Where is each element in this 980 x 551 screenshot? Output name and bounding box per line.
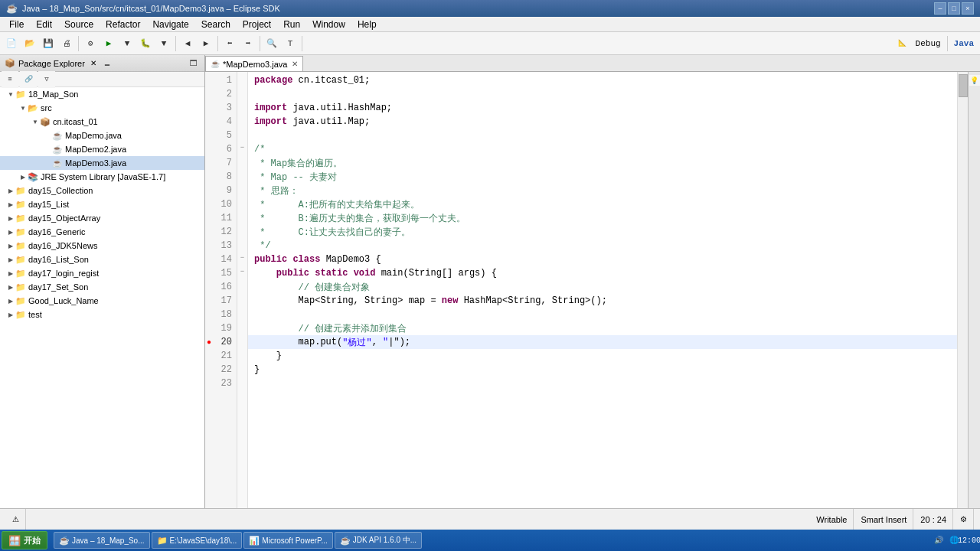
tree-item-src[interactable]: ▼📂src	[0, 101, 204, 115]
code-content[interactable]: package cn.itcast_01; import java.util.H…	[248, 72, 957, 508]
start-button[interactable]: 🪟 开始	[2, 531, 47, 549]
prev-edit-button[interactable]: ◀	[179, 35, 196, 52]
tray-icon-1[interactable]: 🔊	[933, 534, 945, 546]
next-edit-button[interactable]: ▶	[198, 35, 214, 52]
tree-item-Good_Luck_Name[interactable]: ▶📁Good_Luck_Name	[0, 294, 204, 308]
tree-arrow-day16_List_Son[interactable]: ▶	[6, 256, 15, 263]
menu-project[interactable]: Project	[237, 18, 277, 31]
new-button[interactable]: 📄	[3, 35, 20, 52]
tree-arrow-test[interactable]: ▶	[6, 311, 15, 318]
perspective-button[interactable]: 📐	[894, 35, 911, 52]
maximize-view-button[interactable]: 🗖	[188, 57, 200, 70]
tree-item-test[interactable]: ▶📁test	[0, 308, 204, 321]
menu-refactor[interactable]: Refactor	[100, 18, 146, 31]
menu-help[interactable]: Help	[351, 18, 383, 31]
tree-label-day17_login_regist: day17_login_regist	[28, 269, 99, 278]
tree-item-JRE[interactable]: ▶📚JRE System Library [JavaSE-1.7]	[0, 170, 204, 184]
tab-close-button[interactable]: ✕	[292, 60, 298, 68]
quick-fix-icon[interactable]: 💡	[969, 75, 980, 86]
taskbar-item-powerpoint[interactable]: 📊 Microsoft PowerP...	[243, 532, 332, 549]
tree-arrow-cn.itcast_01[interactable]: ▼	[31, 119, 40, 126]
fold-15[interactable]: −	[237, 265, 247, 279]
tree-item-day17_Set_Son[interactable]: ▶📁day17_Set_Son	[0, 280, 204, 294]
editor-panel: ☕ *MapDemo3.java ✕ 123456789101112131415…	[205, 55, 980, 508]
editor-tab-mapdemo3[interactable]: ☕ *MapDemo3.java ✕	[205, 56, 303, 71]
tree-icon-src: 📂	[28, 103, 38, 113]
tree-arrow-day17_Set_Son[interactable]: ▶	[6, 284, 15, 291]
tree-item-day15_ObjectArray[interactable]: ▶📁day15_ObjectArray	[0, 211, 204, 225]
debug-label[interactable]: Debug	[913, 39, 944, 48]
tree-arrow-day15_List[interactable]: ▶	[6, 201, 15, 208]
line-numbers: 12345678910111213141516171819●20212223	[205, 72, 237, 508]
menu-run[interactable]: Run	[277, 18, 306, 31]
tree-arrow-day16_JDK5News[interactable]: ▶	[6, 243, 15, 249]
tree-item-MapDemo3.java[interactable]: ☕MapDemo3.java	[0, 156, 204, 170]
minimize-button[interactable]: –	[934, 2, 946, 15]
save-button[interactable]: 💾	[40, 35, 57, 52]
tree-item-18_Map_Son[interactable]: ▼📁18_Map_Son	[0, 87, 204, 101]
run-external-button[interactable]: ⚙	[82, 35, 99, 52]
tree-arrow-day15_ObjectArray[interactable]: ▶	[6, 215, 15, 222]
tree-item-day16_List_Son[interactable]: ▶📁day16_List_Son	[0, 253, 204, 266]
package-explorer-close-icon[interactable]: ✕	[90, 59, 96, 67]
debug-button[interactable]: 🐛	[137, 35, 154, 52]
run-dropdown[interactable]: ▼	[119, 35, 136, 52]
fold-5	[237, 127, 247, 141]
error-marker-20: ●	[207, 338, 211, 347]
close-button[interactable]: ×	[962, 2, 974, 15]
print-button[interactable]: 🖨	[58, 35, 75, 52]
settings-icon[interactable]: ⚙	[960, 515, 967, 523]
link-editor-button[interactable]: 🔗	[20, 71, 37, 88]
taskbar-item-jdk[interactable]: ☕ JDK API 1.6.0 中...	[335, 532, 422, 549]
tree-item-MapDemo.java[interactable]: ☕MapDemo.java	[0, 129, 204, 142]
open-type-button[interactable]: T	[282, 35, 299, 52]
maximize-button[interactable]: □	[948, 2, 960, 15]
menu-source[interactable]: Source	[58, 18, 100, 31]
tree-item-day16_Generic[interactable]: ▶📁day16_Generic	[0, 225, 204, 239]
taskbar-item-explorer[interactable]: 📁 E:\JavaSE\day18\...	[152, 532, 243, 549]
tree-arrow-JRE[interactable]: ▶	[18, 174, 28, 181]
menu-search[interactable]: Search	[195, 18, 237, 31]
taskbar-item-eclipse[interactable]: ☕ Java – 18_Map_So...	[54, 532, 150, 549]
vertical-scrollbar[interactable]	[957, 72, 968, 508]
menu-file[interactable]: File	[3, 18, 30, 31]
insert-mode-status: Smart Insert	[854, 509, 913, 530]
tree-item-cn.itcast_01[interactable]: ▼📦cn.itcast_01	[0, 115, 204, 129]
fold-7	[237, 155, 247, 168]
navigate-back-button[interactable]: ⬅	[221, 35, 238, 52]
java-label[interactable]: Java	[951, 39, 977, 48]
tree-arrow-day15_Collection[interactable]: ▶	[6, 187, 15, 194]
tree-item-day15_List[interactable]: ▶📁day15_List	[0, 197, 204, 211]
tree-arrow-day16_Generic[interactable]: ▶	[6, 229, 15, 236]
run-button[interactable]: ▶	[100, 35, 117, 52]
menu-navigate[interactable]: Navigate	[146, 18, 194, 31]
minimize-view-button[interactable]: 🗕	[101, 57, 113, 70]
open-button[interactable]: 📂	[21, 35, 38, 52]
code-line-13: */	[248, 239, 957, 253]
scrollbar-thumb[interactable]	[959, 74, 968, 97]
tree-arrow-src[interactable]: ▼	[18, 105, 28, 112]
tree-label-day15_List: day15_List	[28, 200, 69, 209]
menu-window[interactable]: Window	[306, 18, 351, 31]
start-label: 开始	[24, 535, 41, 546]
tree-item-MapDemo2.java[interactable]: ☕MapDemo2.java	[0, 142, 204, 156]
navigate-fwd-button[interactable]: ➡	[240, 35, 256, 52]
tree-arrow-day17_login_regist[interactable]: ▶	[6, 270, 15, 277]
line-num-3: 3	[205, 101, 237, 115]
collapse-all-button[interactable]: ≡	[2, 71, 18, 88]
editor-tabs: ☕ *MapDemo3.java ✕	[205, 55, 980, 72]
menu-edit[interactable]: Edit	[30, 18, 58, 31]
view-menu-button[interactable]: ▽	[38, 71, 55, 88]
line-num-17: 17	[205, 294, 237, 308]
tree-item-day17_login_regist[interactable]: ▶📁day17_login_regist	[0, 266, 204, 280]
search-icon[interactable]: 🔍	[263, 35, 280, 52]
tree-item-day16_JDK5News[interactable]: ▶📁day16_JDK5News	[0, 239, 204, 253]
tree-arrow-18_Map_Son[interactable]: ▼	[6, 91, 15, 98]
line-num-20: ●20	[205, 335, 237, 349]
code-line-4: import java.util.Map;	[248, 115, 957, 129]
tree-item-day15_Collection[interactable]: ▶📁day15_Collection	[0, 184, 204, 197]
fold-6[interactable]: −	[237, 141, 247, 155]
debug-dropdown[interactable]: ▼	[155, 35, 172, 52]
fold-14[interactable]: −	[237, 251, 247, 265]
tree-arrow-Good_Luck_Name[interactable]: ▶	[6, 298, 15, 305]
